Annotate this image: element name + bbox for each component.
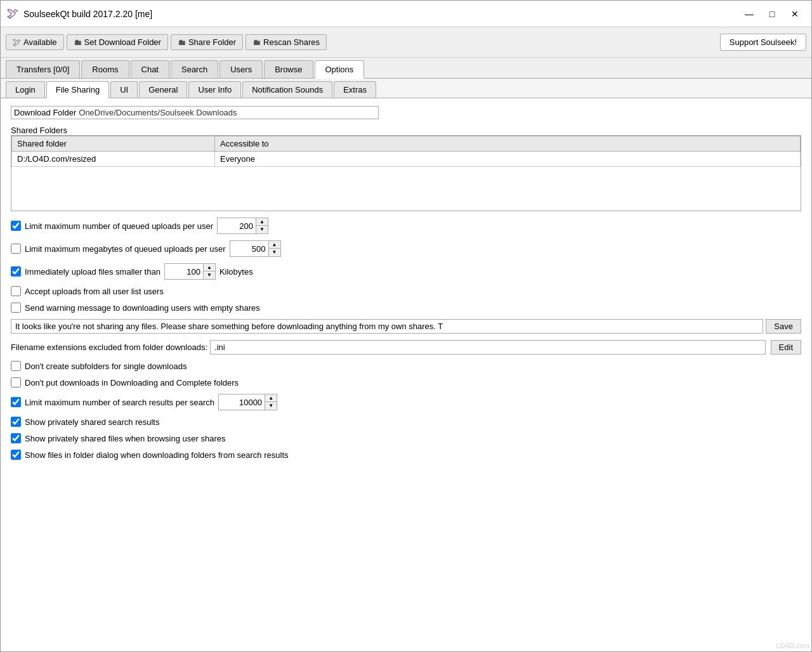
- warning-message-row: Save: [11, 319, 801, 334]
- close-button[interactable]: ✕: [785, 6, 805, 22]
- available-icon: 🕊: [13, 37, 21, 47]
- immediate-upload-down[interactable]: ▼: [204, 271, 215, 279]
- immediate-upload-spinner-buttons: ▲ ▼: [203, 264, 215, 279]
- download-folder-label: Download Folder: [14, 108, 79, 117]
- folder-icon: 🖿: [74, 37, 82, 47]
- table-row[interactable]: D:/LO4D.com/resizedEveryone: [12, 152, 801, 167]
- filename-ext-input[interactable]: [210, 340, 766, 355]
- limit-megabytes-checkbox[interactable]: [11, 244, 21, 254]
- sub-tab-userinfo[interactable]: User Info: [188, 81, 241, 98]
- filename-ext-row: Filename extensions excluded from folder…: [11, 340, 801, 355]
- share-icon: 🖿: [178, 37, 186, 47]
- show-private-search-row: Show privately shared search results: [11, 417, 801, 427]
- show-private-files-row: Show privately shared files when browsin…: [11, 433, 801, 443]
- immediate-upload-row: Immediately upload files smaller than 10…: [11, 263, 801, 280]
- limit-search-up[interactable]: ▲: [265, 394, 277, 402]
- available-button[interactable]: 🕊 Available: [6, 34, 64, 50]
- table-col-access: Accessible to: [215, 136, 801, 152]
- main-tab-transfers[interactable]: Transfers [0/0]: [6, 60, 80, 78]
- set-download-folder-button[interactable]: 🖿 Set Download Folder: [67, 34, 168, 50]
- show-private-files-checkbox[interactable]: [11, 433, 21, 443]
- limit-queued-row: Limit maximum number of queued uploads p…: [11, 218, 801, 234]
- main-tab-options[interactable]: Options: [315, 60, 365, 79]
- limit-search-spinner-buttons: ▲ ▼: [265, 394, 277, 410]
- sub-tabs: LoginFile SharingUIGeneralUser InfoNotif…: [1, 79, 811, 98]
- sub-tab-notification[interactable]: Notification Sounds: [242, 81, 332, 98]
- limit-megabytes-row: Limit maximum megabytes of queued upload…: [11, 240, 801, 257]
- sub-tab-login[interactable]: Login: [6, 81, 45, 98]
- accept-uploads-checkbox[interactable]: [11, 286, 21, 296]
- show-files-folder-row: Show files in folder dialog when downloa…: [11, 450, 801, 460]
- send-warning-label: Send warning message to downloading user…: [25, 303, 260, 313]
- immediate-upload-checkbox[interactable]: [11, 266, 21, 277]
- show-files-folder-checkbox[interactable]: [11, 450, 21, 460]
- limit-megabytes-spinner-buttons: ▲ ▼: [268, 241, 280, 256]
- limit-megabytes-label: Limit maximum megabytes of queued upload…: [25, 244, 226, 254]
- save-button[interactable]: Save: [766, 319, 801, 334]
- immediate-upload-input[interactable]: 100: [165, 266, 203, 278]
- sub-tab-extras[interactable]: Extras: [334, 81, 376, 98]
- main-tab-browse[interactable]: Browse: [264, 60, 313, 78]
- limit-search-checkbox[interactable]: [11, 397, 21, 407]
- immediate-upload-up[interactable]: ▲: [204, 264, 215, 271]
- limit-search-row: Limit maximum number of search results p…: [11, 394, 801, 410]
- show-private-search-checkbox[interactable]: [11, 417, 21, 427]
- limit-search-down[interactable]: ▼: [265, 402, 277, 410]
- file-sharing-panel: Download Folder OneDrive/Documents/Souls…: [1, 98, 811, 651]
- immediate-upload-label: Immediately upload files smaller than: [25, 267, 160, 277]
- accept-uploads-row: Accept uploads from all user list users: [11, 286, 801, 296]
- shared-folders-table: Shared folder Accessible to D:/LO4D.com/…: [11, 136, 801, 167]
- support-button[interactable]: Support Soulseek!: [720, 34, 806, 51]
- main-tabs: Transfers [0/0]RoomsChatSearchUsersBrows…: [1, 58, 811, 79]
- limit-search-spinner: 10000 ▲ ▼: [218, 394, 277, 410]
- toolbar: 🕊 Available 🖿 Set Download Folder 🖿 Shar…: [1, 27, 811, 58]
- rescan-shares-button[interactable]: 🖿 Rescan Shares: [246, 34, 327, 50]
- shared-folder-cell: D:/LO4D.com/resized: [12, 152, 215, 167]
- main-tab-rooms[interactable]: Rooms: [81, 60, 129, 78]
- immediate-upload-spinner: 100 ▲ ▼: [164, 263, 216, 280]
- limit-search-input[interactable]: 10000: [219, 396, 265, 408]
- no-subfolders-checkbox[interactable]: [11, 361, 21, 371]
- edit-button[interactable]: Edit: [771, 340, 801, 355]
- accessible-to-cell: Everyone: [215, 152, 801, 167]
- limit-queued-input[interactable]: 200: [218, 220, 256, 232]
- title-bar: 🕊 SoulseekQt build 2017.2.20 [me] — □ ✕: [1, 1, 811, 27]
- minimize-button[interactable]: —: [739, 6, 759, 22]
- maximize-button[interactable]: □: [762, 6, 782, 22]
- set-download-folder-label: Set Download Folder: [84, 37, 161, 47]
- window-title: SoulseekQt build 2017.2.20 [me]: [23, 9, 739, 19]
- no-downloading-row: Don't put downloads in Downloading and C…: [11, 377, 801, 388]
- limit-megabytes-down[interactable]: ▼: [269, 249, 280, 256]
- shared-folders-section: Shared Folders Shared folder Accessible …: [11, 126, 801, 211]
- sub-tab-ui[interactable]: UI: [110, 81, 138, 98]
- shared-folders-label: Shared Folders: [11, 126, 801, 135]
- rescan-shares-label: Rescan Shares: [263, 37, 320, 47]
- share-folder-button[interactable]: 🖿 Share Folder: [171, 34, 243, 50]
- limit-queued-checkbox[interactable]: [11, 221, 21, 231]
- limit-search-label: Limit maximum number of search results p…: [25, 398, 214, 407]
- rescan-icon: 🖿: [252, 37, 261, 47]
- no-downloading-label: Don't put downloads in Downloading and C…: [25, 378, 239, 388]
- sub-tab-general[interactable]: General: [139, 81, 187, 98]
- download-folder-row: Download Folder OneDrive/Documents/Souls…: [11, 106, 801, 119]
- main-tab-chat[interactable]: Chat: [131, 60, 169, 78]
- show-private-search-label: Show privately shared search results: [25, 417, 159, 427]
- accept-uploads-label: Accept uploads from all user list users: [25, 287, 164, 296]
- no-subfolders-row: Don't create subfolders for single downl…: [11, 361, 801, 371]
- limit-megabytes-up[interactable]: ▲: [269, 241, 280, 249]
- window-controls: — □ ✕: [739, 6, 805, 22]
- app-icon: 🕊: [7, 7, 18, 20]
- limit-megabytes-input[interactable]: 500: [230, 243, 268, 255]
- main-tab-users[interactable]: Users: [219, 60, 263, 78]
- main-window: 🕊 SoulseekQt build 2017.2.20 [me] — □ ✕ …: [0, 0, 812, 652]
- show-files-folder-label: Show files in folder dialog when downloa…: [25, 450, 289, 460]
- limit-queued-up[interactable]: ▲: [256, 218, 268, 226]
- send-warning-checkbox[interactable]: [11, 303, 21, 313]
- available-label: Available: [23, 37, 57, 47]
- limit-queued-down[interactable]: ▼: [256, 226, 268, 233]
- sub-tab-filesharing[interactable]: File Sharing: [46, 81, 109, 98]
- send-warning-row: Send warning message to downloading user…: [11, 303, 801, 313]
- warning-message-input[interactable]: [11, 319, 763, 334]
- main-tab-search[interactable]: Search: [171, 60, 218, 78]
- no-downloading-checkbox[interactable]: [11, 377, 21, 388]
